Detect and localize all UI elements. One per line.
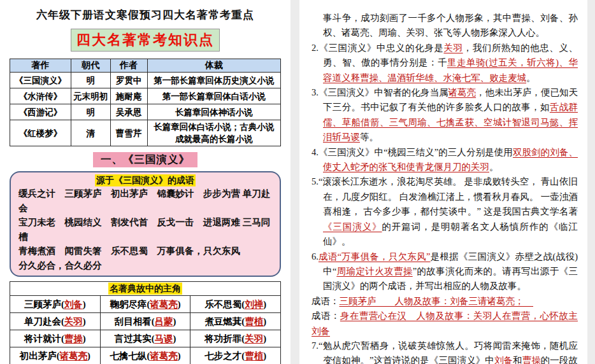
red-underline-text: 《三国演义》 [323,221,382,232]
works-table-header-row: 著作朝代作者体裁 [10,59,281,73]
red-underline-text: 周瑜定计火攻曹操 [336,266,412,276]
body-text: 和 [513,355,522,364]
works-table-cell: 长篇章回体白话小说；古典小说成就最高的长篇小说 [147,120,280,146]
roles-table-header-row: 名著典故中的主角 [10,282,281,296]
roles-table-cell: 刮目相看(吕蒙) [100,313,190,330]
roles-table-cell: 将计就计(曹操) [10,330,101,347]
character-name: 马谡 [154,333,173,344]
idiom-line: 青梅煮酒 闻雷失箸 乐不思蜀 万事俱备，只欠东风 [18,244,272,258]
red-underline-text: 关羽 [443,43,462,53]
left-page: 六年级下册语文寒假预习四大名著常考重点 四大名著常考知识点 著作朝代作者体裁 《… [0,0,290,364]
highlight-title: 四大名著常考知识点 [71,29,220,52]
works-table-cell: 元末明初 [71,88,110,104]
character-name: 诸葛亮 [150,351,178,361]
roles-table-cell: 单刀赴会(关羽) [10,313,101,330]
works-table-cell: 清 [71,120,110,146]
roles-table-cell: 七擒七纵(诸葛亮) [100,347,190,364]
works-table-row: 《三国演义》明罗贯中第一部长篇章回体历史演义小说 [10,73,281,88]
roles-table-cell: 乐不思蜀(刘禅) [190,296,281,313]
works-table-cell: 长篇章回体神话小说 [147,104,280,120]
character-name: 刘禅 [245,299,263,309]
body-text: 成语： [312,296,340,306]
works-table-cell: 第一部长篇章回体白话小说 [147,88,280,104]
works-table-cell: 《红楼梦》 [10,120,71,146]
roles-table-row: 将计就计(曹操)言过其实(马谡)将功折罪(关羽) [10,330,281,347]
red-underline-text: 曹操 [522,355,541,364]
roles-table-row: 单刀赴会(关羽)刮目相看(吕蒙)煮豆燃萁(曹植) [10,313,281,330]
section-title-row: 一、《三国演义》 [10,152,281,167]
idiom-line: 宝刀未老 桃园结义 割发代首 反戈一击 进退两难 三马同槽 [18,215,272,244]
paragraph: 事斗争，成功刻画了一千多个人物形象，其中曹操、刘备、孙权、诸葛亮、周瑜、关羽、张… [312,11,578,41]
roles-table-cell: 言过其实(马谡) [100,330,190,347]
works-table-cell: 《西游记》 [10,104,71,120]
character-name: 曹操 [64,333,83,344]
body-text: 3.《三国演义》中智者的化身当属 [312,87,448,97]
works-table-row: 《水浒传》元末明初施耐庵第一部长篇章回体白话小说 [10,88,281,104]
roles-table-title: 名著典故中的主角 [108,283,182,295]
roles-table-row: 三顾茅庐(刘备)鞠躬尽瘁(诸葛亮)乐不思蜀(刘禅) [10,296,281,313]
idiom-line: 分久必合，合久必分 [18,258,272,273]
works-table-header-cell: 作者 [110,59,147,73]
body-text: 。 [489,162,499,172]
body-text: 等。 [360,132,378,142]
paragraph: 7.“勉从虎穴暂栖身，说破英雄惊煞人。巧将闻雷来掩饰，随机应变信如神。”这首诗说… [312,339,578,364]
character-name: 诸葛亮 [60,351,88,361]
works-table-header-cell: 朝代 [71,59,110,73]
works-table: 著作朝代作者体裁 《三国演义》明罗贯中第一部长篇章回体历史演义小说《水浒传》元末… [10,59,281,146]
works-table-cell: 罗贯中 [110,73,147,88]
roles-table-title-cell: 名著典故中的主角 [10,282,281,296]
roles-table: 名著典故中的主角 三顾茅庐(刘备)鞠躬尽瘁(诸葛亮)乐不思蜀(刘禅)单刀赴会(关… [10,281,281,364]
paragraph: 成语：三顾茅庐 人物及故事：刘备三请诸葛亮； [312,294,578,309]
works-table-cell: 《三国演义》 [10,73,71,88]
character-name: 诸葛亮 [150,299,178,309]
works-table-row: 《红楼梦》清曹雪芹长篇章回体白话小说；古典小说成就最高的长篇小说 [10,120,281,146]
paragraph: 成语：身在曹营心在汉 人物及故事：关羽人在曹营，心怀故主刘备 [312,309,578,339]
body-text: 6. [312,251,319,262]
highlight-title-row: 四大名著常考知识点 [10,29,281,52]
character-name: 关羽 [64,316,83,326]
idiom-box-title-row: 源于《三国演义》的成语 [18,174,272,186]
roles-table-cell: 三顾茅庐(刘备) [10,296,101,313]
red-underline-text: 诸葛亮 [448,87,476,97]
red-underline-text: 成语“万事俱备，只欠东风” [319,251,431,262]
roles-table-cell: 煮豆燃萁(曹植) [190,313,281,330]
body-text: 。 [526,73,536,83]
works-table-cell: 曹雪芹 [110,120,147,146]
body-text: 4.《三国演义》中“桃园三结义”的三人分别是使用 [312,147,513,157]
paragraph: 6.成语“万事俱备，只欠东风”是根据《三国演义》赤壁之战(战役)中“周瑜定计火攻… [312,249,578,294]
idiom-box-title: 源于《三国演义》的成语 [95,174,196,186]
character-name: 吕蒙 [154,316,173,326]
character-name: 曹植 [245,316,263,326]
paragraph: 2.《三国演义》中忠义的化身是关羽，我们所熟知的他忠、义、勇、智、傲的事情分别是… [312,41,578,85]
roles-table-cell: 七步之才(曹植) [190,347,281,364]
works-table-cell: 明 [71,73,110,88]
body-text: 2.《三国演义》中忠义的化身是 [312,43,443,53]
character-name: 关羽 [245,333,263,344]
roles-table-cell: 鞠躬尽瘁(诸葛亮) [100,296,190,313]
paragraph: 4.《三国演义》中“桃园三结义”的三人分别是使用双股剑的刘备、使丈入蛇矛的张飞和… [312,145,578,175]
character-name: 刘备 [64,299,83,309]
works-table-cell: 《水浒传》 [10,88,71,104]
idiom-line: 缓兵之计 三顾茅庐 初出茅庐 锦囊妙计 步步为营 单刀赴会 [18,186,272,215]
body-text: 5.“滚滚长江东逝水，浪花淘尽英雄。 是非成败转头空， 青山依旧在，几度夕阳红。… [312,176,578,216]
roles-table-cell: 初出茅庐(诸葛亮) [10,347,101,364]
roles-table-row: 初出茅庐(诸葛亮)七擒七纵(诸葛亮)七步之才(曹植) [10,347,281,364]
idiom-box: 源于《三国演义》的成语 缓兵之计 三顾茅庐 初出茅庐 锦囊妙计 步步为营 单刀赴… [10,171,281,277]
works-table-cell: 明 [71,104,110,120]
red-underline-text: 刘备 [494,355,513,364]
page-gap [290,0,299,364]
works-table-header-cell: 体裁 [147,59,280,73]
works-table-cell: 施耐庵 [110,88,147,104]
works-table-header-cell: 著作 [10,59,71,73]
works-table-row: 《西游记》明吴承恩长篇章回体神话小说 [10,104,281,120]
red-underline-text: 身在曹营心在汉 人物及故事：关羽人在曹营，心怀故主刘备 [312,311,578,335]
paragraph: 5.“滚滚长江东逝水，浪花淘尽英雄。 是非成败转头空， 青山依旧在，几度夕阳红。… [312,174,578,249]
section-title: 一、《三国演义》 [93,152,197,167]
right-edge-strip [587,0,595,364]
works-table-cell: 吴承恩 [110,104,147,120]
works-table-cell: 第一部长篇章回体历史演义小说 [147,73,280,88]
body-text: 事斗争，成功刻画了一千多个人物形象，其中曹操、刘备、孙权、诸葛亮、周瑜、关羽、张… [323,13,578,38]
roles-table-cell: 将功折罪(关羽) [190,330,281,347]
character-name: 曹植 [245,351,263,361]
paragraph: 3.《三国演义》中智者的化身当属诸葛亮，他未出茅庐，便已知天下三分。书中记叙了有… [312,85,578,145]
